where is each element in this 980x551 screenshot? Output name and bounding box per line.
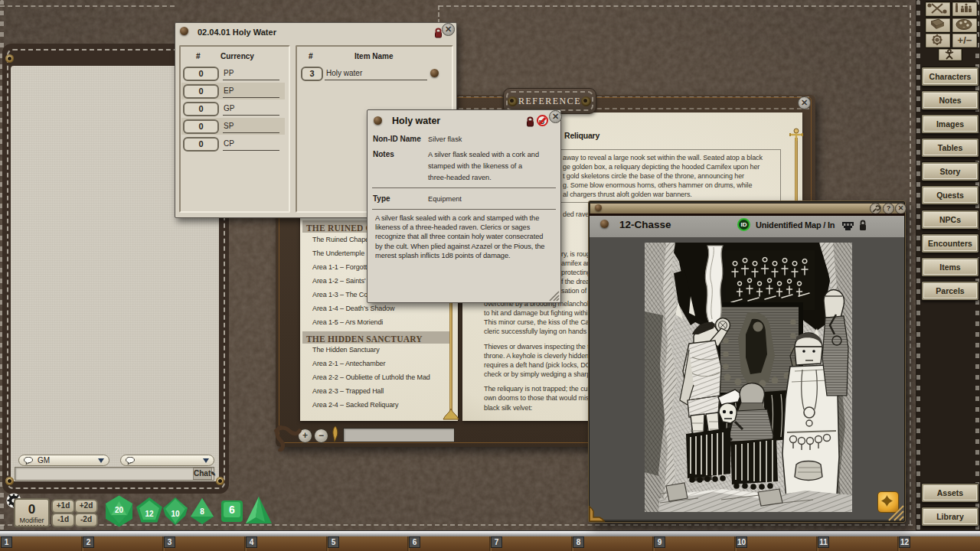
svg-text:8: 8 [200, 507, 204, 516]
svg-text:12: 12 [145, 510, 154, 518]
svg-text:20: 20 [115, 506, 124, 514]
svg-text:10: 10 [171, 510, 180, 518]
svg-text:6: 6 [229, 504, 235, 516]
